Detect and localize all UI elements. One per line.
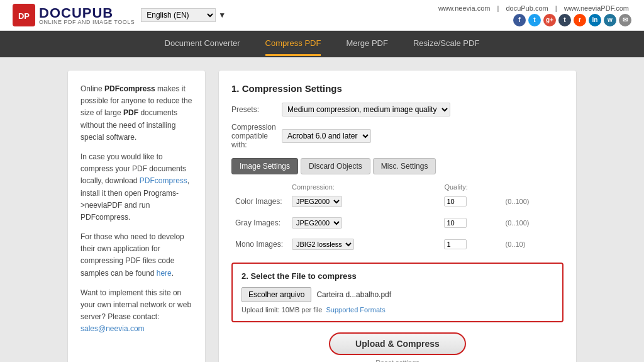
gray-quality-input[interactable] <box>444 218 467 228</box>
sales-email-link[interactable]: sales@neevia.com <box>80 324 145 333</box>
wordpress-icon[interactable]: w <box>604 14 616 26</box>
mono-quality-hint: (0..10) <box>502 236 564 252</box>
file-input-row: Escolher arquivo Carteira d...abalho.pdf <box>242 287 553 302</box>
section2-title: 2. Select the File to compress <box>242 271 553 281</box>
nav-merge-pdf[interactable]: Merge PDF <box>346 32 387 56</box>
site-links: www.neevia.com | docuPub.com | www.neevi… <box>436 4 631 12</box>
mono-images-row: Mono Images: JBIG2 lossless CCITT G4 ZIP… <box>231 236 564 252</box>
nav-bar: Document Converter Compress PDF Merge PD… <box>0 31 644 57</box>
mono-quality-input[interactable] <box>444 239 467 249</box>
compat-label: Compression compatible with: <box>231 123 282 149</box>
right-panel: 1. Compression Settings Presets: Medium … <box>218 70 577 362</box>
settings-tabs: Image Settings Discard Objects Misc. Set… <box>231 158 564 174</box>
logo-area: DP DOCUPUB ONLINE PDF AND IMAGE TOOLS En… <box>13 4 226 26</box>
color-images-label: Color Images: <box>231 193 288 210</box>
presets-row: Presets: Medium compression, medium imag… <box>231 103 564 116</box>
color-compression-select[interactable]: JPEG2000 JPEG ZIP None <box>292 196 342 207</box>
site-link-2[interactable]: docuPub.com <box>506 4 548 12</box>
nav-resize-pdf[interactable]: Resize/Scale PDF <box>413 32 479 56</box>
presets-label: Presets: <box>231 105 282 114</box>
logo-sub: ONLINE PDF AND IMAGE TOOLS <box>39 19 135 25</box>
social-icons: f t g+ t r in w ✉ <box>513 14 631 26</box>
googleplus-icon[interactable]: g+ <box>543 14 556 26</box>
tab-image-settings[interactable]: Image Settings <box>231 158 298 174</box>
supported-formats-link[interactable]: Supported Formats <box>326 306 386 314</box>
intro-bold-2: PDF <box>123 108 138 117</box>
compression-header: Compression: <box>288 181 426 193</box>
para4-text: Want to implement this site on your own … <box>80 288 191 321</box>
file-section: 2. Select the File to compress Escolher … <box>231 263 564 322</box>
file-name-display: Carteira d...abalho.pdf <box>316 290 391 299</box>
pdfcompress-link[interactable]: PDFcompress <box>140 176 187 185</box>
color-quality-hint: (0..100) <box>502 193 564 210</box>
para3-suffix: . <box>172 269 174 278</box>
color-images-row: Color Images: JPEG2000 JPEG ZIP None (0.… <box>231 193 564 210</box>
tab-discard-objects[interactable]: Discard Objects <box>301 158 370 174</box>
mono-compression-select[interactable]: JBIG2 lossless CCITT G4 ZIP None <box>292 239 354 250</box>
tumblr-icon[interactable]: t <box>558 14 571 26</box>
top-bar: DP DOCUPUB ONLINE PDF AND IMAGE TOOLS En… <box>0 0 644 31</box>
gray-compression-select[interactable]: JPEG2000 JPEG ZIP None <box>292 217 342 229</box>
separator-2: | <box>555 4 557 12</box>
mono-images-label: Mono Images: <box>231 236 288 252</box>
gray-images-label: Gray Images: <box>231 215 288 231</box>
logo-icon: DP <box>13 4 35 26</box>
presets-select[interactable]: Medium compression, medium image quality… <box>282 103 450 116</box>
quality-header: Quality: <box>440 181 501 193</box>
tab-misc-settings[interactable]: Misc. Settings <box>373 158 436 174</box>
svg-text:DP: DP <box>18 11 30 21</box>
here-link[interactable]: here <box>157 269 172 278</box>
gray-quality-hint: (0..100) <box>502 215 564 231</box>
site-link-3[interactable]: www.neeviaPDF.com <box>564 4 629 12</box>
upload-compress-button[interactable]: Upload & Compress <box>329 332 466 355</box>
intro-bold-1: PDFcompress <box>104 84 155 93</box>
reddit-icon[interactable]: r <box>574 14 586 26</box>
language-selector[interactable]: English (EN) Portuguese (PT) Spanish (ES… <box>141 8 226 22</box>
twitter-icon[interactable]: t <box>528 14 541 26</box>
compat-row: Compression compatible with: Acrobat 6.0… <box>231 123 564 149</box>
upload-section: Upload & Compress Reset settings <box>231 332 564 362</box>
choose-file-button[interactable]: Escolher arquivo <box>242 287 311 302</box>
section1-title: 1. Compression Settings <box>231 83 564 94</box>
site-link-1[interactable]: www.neevia.com <box>438 4 491 12</box>
main-content: Online PDFcompress makes it possible for… <box>55 70 589 362</box>
compat-select[interactable]: Acrobat 6.0 and later Acrobat 4.0 and la… <box>282 129 371 143</box>
intro-text-1: Online <box>80 84 104 93</box>
nav-compress-pdf[interactable]: Compress PDF <box>265 32 321 56</box>
separator-1: | <box>497 4 499 12</box>
language-dropdown[interactable]: English (EN) Portuguese (PT) Spanish (ES… <box>141 8 216 22</box>
email-icon[interactable]: ✉ <box>619 14 631 26</box>
left-panel: Online PDFcompress makes it possible for… <box>67 70 206 362</box>
linkedin-icon[interactable]: in <box>589 14 601 26</box>
upload-limit-text: Upload limit: 10MB per file Supported Fo… <box>242 306 553 314</box>
logo: DP DOCUPUB ONLINE PDF AND IMAGE TOOLS <box>13 4 135 26</box>
nav-document-converter[interactable]: Document Converter <box>165 32 240 56</box>
reset-settings-link[interactable]: Reset settings <box>231 359 564 362</box>
top-right: www.neevia.com | docuPub.com | www.neevi… <box>436 4 631 26</box>
gray-images-row: Gray Images: JPEG2000 JPEG ZIP None (0..… <box>231 215 564 231</box>
color-quality-input[interactable] <box>444 196 467 206</box>
image-settings-table: Compression: Quality: Color Images: JPEG… <box>231 181 564 252</box>
facebook-icon[interactable]: f <box>513 14 526 26</box>
